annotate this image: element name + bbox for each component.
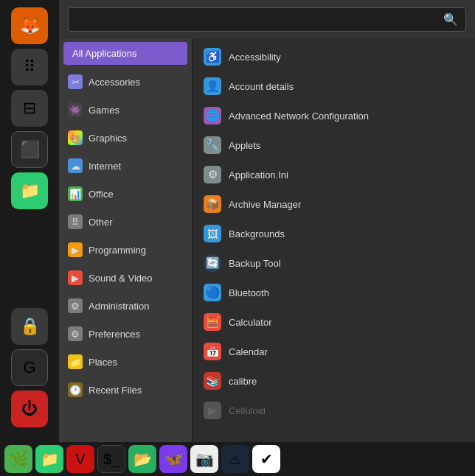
purple-icon[interactable]: 🦋 [159,445,187,473]
app-icon-9: 🧮 [204,313,221,331]
vivaldi-icon[interactable]: V [66,445,94,473]
other-cat-icon: ⠿ [68,214,83,229]
app-item[interactable]: 🧮Calculator [193,307,475,337]
app-item[interactable]: ⚙Application.Ini [193,160,475,189]
lock-icon[interactable]: 🔒 [11,308,48,345]
app-label: Backgrounds [229,228,285,239]
app-icon-8: 🔵 [204,284,221,301]
games-cat-label: Games [89,105,119,116]
app-label: Bluetooth [229,287,269,298]
app-label: Application.Ini [229,169,288,181]
category-item-admin[interactable]: ⚙Administration [59,292,192,320]
category-item-prefs[interactable]: ⚙Preferences [59,320,192,348]
app-item[interactable]: 🔄Backup Tool [193,248,475,278]
mint-icon[interactable]: 🌿 [4,445,32,473]
games-cat-icon: 👾 [68,102,83,117]
main-panel: 🔍 All Applications✂Accessories👾Games🎨Gra… [59,0,475,442]
app-label: Archive Manager [229,199,301,210]
app-icon-3: 🔧 [204,136,221,154]
taskbar: 🌿📁V$_📂🦋📷♨✔ [0,442,475,476]
app-item[interactable]: 📦Archive Manager [193,189,475,219]
app-item[interactable]: 🔧Applets [193,130,475,160]
places-cat-icon: 📁 [68,354,83,369]
category-item-internet[interactable]: ☁Internet [59,152,192,180]
graphics-cat-icon: 🎨 [68,130,83,145]
toggle-icon[interactable]: ⊟ [11,90,48,127]
graphics-cat-label: Graphics [89,133,127,144]
app-icon-1: 👤 [204,77,221,95]
app-icon-0: ♿ [204,48,221,66]
apps-panel: ♿Accessibility👤Account details🌐Advanced … [193,39,475,442]
search-wrap[interactable]: 🔍 [68,7,466,32]
power-icon[interactable]: ⏻ [11,391,48,427]
app-label: Applets [229,140,260,151]
programming-cat-label: Programming [89,245,146,256]
content-area: All Applications✂Accessories👾Games🎨Graph… [59,39,475,442]
files-green-icon[interactable]: 📁 [35,445,63,473]
app-item[interactable]: 📚calibre [193,366,475,396]
prefs-cat-label: Preferences [89,329,140,340]
todo-icon[interactable]: ✔ [252,445,280,473]
admin-cat-label: Administration [89,301,149,312]
sidebar: 🦊⠿⊟⬛📁 🔒G⏻ [0,0,59,442]
category-item-recent[interactable]: 🕐Recent Files [59,376,192,404]
app-label: Account details [229,81,294,92]
app-item[interactable]: 🌐Advanced Network Configuration [193,101,475,130]
accessories-cat-icon: ✂ [68,74,83,89]
category-item-sound[interactable]: ▶Sound & Video [59,264,192,292]
camera-icon[interactable]: 📷 [190,445,218,473]
app-label: Accessibility [229,52,281,63]
app-label: Calculator [229,317,272,328]
category-item-games[interactable]: 👾Games [59,96,192,124]
accessories-cat-label: Accessories [89,77,140,88]
places-cat-label: Places [89,357,117,368]
internet-cat-label: Internet [89,161,121,172]
app-label: Advanced Network Configuration [229,111,369,122]
app-item[interactable]: 📅Calendar [193,337,475,366]
search-input[interactable] [76,14,439,26]
terminal-task-icon[interactable]: $_ [97,445,125,473]
app-icon-6: 🖼 [204,225,221,242]
internet-cat-icon: ☁ [68,158,83,173]
g-icon[interactable]: G [11,349,48,386]
apps-grid-icon[interactable]: ⠿ [11,49,48,85]
app-item[interactable]: 👤Account details [193,71,475,101]
app-icon-11: 📚 [204,372,221,390]
sound-cat-label: Sound & Video [89,273,153,284]
app-icon-4: ⚙ [204,166,221,183]
recent-cat-icon: 🕐 [68,382,83,397]
app-item[interactable]: 🖼Backgrounds [193,219,475,248]
app-icon-7: 🔄 [204,254,221,272]
all-apps-label: All Applications [72,48,136,59]
category-item-accessories[interactable]: ✂Accessories [59,68,192,96]
app-item[interactable]: 🔵Bluetooth [193,278,475,307]
categories-panel: All Applications✂Accessories👾Games🎨Graph… [59,39,192,442]
recent-cat-label: Recent Files [89,385,142,396]
app-icon-12: ▶ [204,402,221,419]
office-cat-label: Office [89,189,114,200]
admin-cat-icon: ⚙ [68,298,83,313]
folder-icon[interactable]: 📁 [11,172,48,209]
category-item-all[interactable]: All Applications [63,42,187,65]
steam-icon[interactable]: ♨ [221,445,249,473]
category-item-office[interactable]: 📊Office [59,180,192,208]
search-bar: 🔍 [59,0,475,39]
other-cat-label: Other [89,217,113,228]
app-item[interactable]: ▶Celluloid [193,396,475,425]
search-icon[interactable]: 🔍 [443,13,458,27]
category-item-graphics[interactable]: 🎨Graphics [59,124,192,152]
app-icon-5: 📦 [204,195,221,213]
files-task-icon[interactable]: 📂 [128,445,156,473]
sound-cat-icon: ▶ [68,270,83,285]
firefox-icon[interactable]: 🦊 [11,7,48,44]
app-icon-10: 📅 [204,343,221,360]
app-label: calibre [229,376,257,387]
office-cat-icon: 📊 [68,186,83,201]
category-item-programming[interactable]: ▶Programming [59,236,192,264]
app-label: Backup Tool [229,258,281,269]
prefs-cat-icon: ⚙ [68,326,83,341]
category-item-other[interactable]: ⠿Other [59,208,192,236]
terminal-icon[interactable]: ⬛ [11,131,48,168]
category-item-places[interactable]: 📁Places [59,348,192,376]
app-item[interactable]: ♿Accessibility [193,42,475,71]
